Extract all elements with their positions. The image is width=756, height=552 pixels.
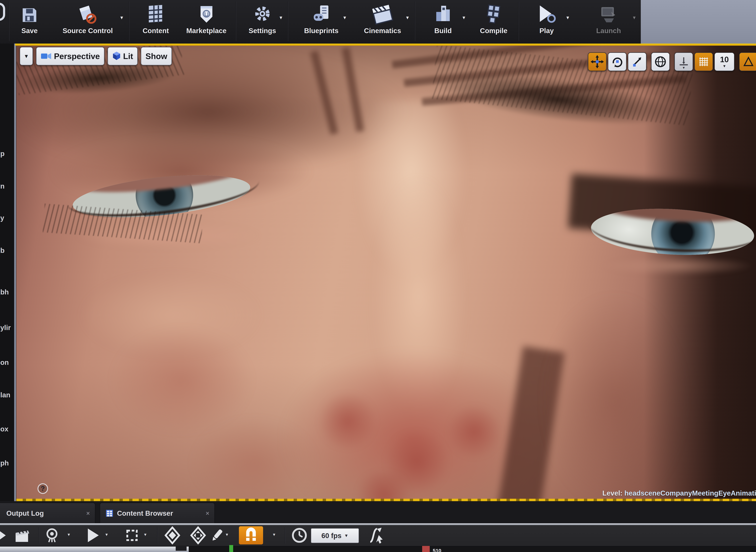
panel-item-fragment: ylir: [0, 323, 11, 332]
level-label: Level:: [602, 489, 622, 497]
panel-splitter[interactable]: [14, 43, 16, 503]
show-menu-button[interactable]: Show: [141, 47, 172, 65]
perspective-camera-icon: [41, 52, 52, 60]
viewport-active-border: [15, 43, 756, 46]
camera-button[interactable]: [44, 526, 61, 544]
cinematics-clapperboard-icon: [371, 0, 394, 26]
play-range-button[interactable]: [86, 526, 100, 544]
source-control-button[interactable]: Source Control ▼: [48, 0, 127, 43]
dropdown-arrow-icon: ▼: [344, 533, 349, 538]
panel-item-fragment: b: [0, 246, 5, 255]
sequencer-timeline-strip: 510: [0, 547, 756, 552]
toolbar-separator: [288, 2, 288, 41]
compile-icon: [483, 0, 504, 26]
rotate-tool-button[interactable]: [608, 52, 626, 71]
keyframe-button[interactable]: [163, 526, 181, 544]
level-name: headsceneCompanyMeetingEyeAnimationFaste…: [624, 489, 756, 497]
dropdown-arrow-icon[interactable]: ▼: [279, 15, 283, 20]
toolbar-separator: [9, 2, 9, 41]
cinematics-button[interactable]: Cinematics ▼: [352, 0, 413, 43]
dropdown-arrow-icon[interactable]: ▼: [461, 15, 466, 20]
marketplace-button[interactable]: Marketplace: [179, 0, 234, 43]
toolbar-separator: [415, 2, 415, 41]
move-tool-button[interactable]: [588, 52, 607, 71]
timeline-playhead[interactable]: [229, 545, 233, 552]
play-icon: [536, 0, 558, 26]
dropdown-arrow-icon[interactable]: ▼: [120, 15, 124, 20]
viewport-help-button[interactable]: ?: [37, 483, 48, 494]
launch-button[interactable]: Launch ▼: [576, 0, 641, 43]
grid-snap-value-dropdown[interactable]: 10 ▼: [714, 52, 735, 71]
viewport-options-menu[interactable]: ▼: [20, 47, 33, 65]
perspective-menu-button[interactable]: Perspective: [36, 47, 105, 65]
panel-item-fragment: bh: [0, 288, 9, 296]
dropdown-arrow-icon[interactable]: ▼: [67, 532, 71, 537]
timeline-marker[interactable]: [422, 546, 430, 552]
bottom-dock-tab-bar: Output Log × Content Browser ×: [0, 501, 756, 524]
save-button[interactable]: Save: [11, 0, 48, 43]
dropdown-arrow-icon: ▼: [723, 64, 726, 68]
cut-off-toolbar-icon: [0, 3, 5, 21]
main-toolbar: Save Source Control ▼ Content Marketplac…: [0, 0, 641, 43]
close-icon[interactable]: ×: [206, 510, 214, 517]
content-button[interactable]: Content: [133, 0, 178, 43]
toolbar-separator: [129, 2, 130, 41]
timeline-scrollbar[interactable]: [0, 547, 189, 552]
panel-item-fragment: ox: [0, 425, 8, 433]
dropdown-arrow-icon[interactable]: ▼: [225, 532, 229, 537]
grid-snap-toggle[interactable]: [694, 52, 713, 71]
dropdown-arrow-icon[interactable]: ▼: [405, 15, 410, 20]
panel-item-fragment: on: [0, 358, 9, 367]
level-name-overlay: Level: headsceneCompanyMeetingEyeAnimati…: [602, 489, 756, 497]
bounds-button[interactable]: [126, 526, 139, 544]
settings-button[interactable]: Settings ▼: [238, 0, 287, 43]
help-icon: ?: [41, 485, 45, 493]
frame-number-label: 510: [433, 548, 441, 552]
dock-highlight-line: [0, 523, 756, 525]
panel-item-fragment: y: [0, 214, 4, 222]
panel-item-fragment: p: [0, 149, 5, 158]
keyframe-options-button[interactable]: [189, 526, 207, 544]
dropdown-arrow-icon[interactable]: ▼: [143, 532, 147, 537]
curve-editor-button[interactable]: [367, 526, 386, 544]
time-snap-clock-icon[interactable]: [291, 526, 308, 544]
viewport-active-border-bottom: [16, 499, 756, 501]
compile-button[interactable]: Compile: [470, 0, 517, 43]
dropdown-arrow-icon[interactable]: ▼: [632, 15, 636, 20]
dropdown-arrow-icon[interactable]: ▼: [105, 532, 109, 537]
toolbar-empty-area: [641, 0, 756, 44]
surface-snapping-button[interactable]: ▼: [674, 52, 693, 71]
rotation-snap-toggle[interactable]: [739, 52, 756, 71]
marketplace-icon: [197, 0, 216, 26]
content-browser-icon: [146, 0, 166, 26]
render-movie-button[interactable]: [14, 526, 32, 544]
blueprints-button[interactable]: Blueprints ▼: [292, 0, 351, 43]
lit-mode-button[interactable]: Lit: [108, 47, 138, 65]
build-icon: [433, 0, 453, 26]
fps-dropdown[interactable]: 60 fps ▼: [311, 528, 359, 543]
snap-magnet-toggle[interactable]: [239, 526, 263, 544]
left-panel-cropped: p n y b bh ylir on lan ox ph: [0, 43, 14, 503]
play-button[interactable]: Play ▼: [520, 0, 573, 43]
dropdown-arrow-icon: ▼: [682, 66, 686, 70]
launch-icon: [598, 0, 619, 26]
blueprints-icon: [311, 0, 332, 26]
dropdown-arrow-icon[interactable]: ▼: [565, 15, 570, 20]
dropdown-arrow-icon[interactable]: ▼: [343, 15, 347, 20]
panel-item-fragment: ph: [0, 459, 9, 467]
toolbar-separator: [235, 2, 236, 41]
close-icon[interactable]: ×: [86, 510, 95, 517]
scrollbar-notch: [176, 546, 187, 551]
dropdown-arrow-icon[interactable]: ▼: [272, 532, 276, 537]
dropdown-arrow-icon: ▼: [24, 53, 29, 59]
save-icon: [20, 0, 38, 26]
sequencer-toolbar: ▼ ▼ ▼ ▼ ▼ 60 fps ▼: [0, 525, 756, 547]
world-coordinate-button[interactable]: [651, 52, 670, 71]
toolbar-separator: [518, 2, 519, 41]
build-button[interactable]: Build ▼: [418, 0, 468, 43]
tab-content-browser[interactable]: Content Browser ×: [100, 503, 215, 524]
viewport-3d-scene[interactable]: ▼ Perspective Lit Show: [16, 46, 756, 501]
scale-tool-button[interactable]: [628, 52, 646, 71]
tab-output-log[interactable]: Output Log ×: [0, 503, 95, 524]
curve-pen-button[interactable]: [210, 526, 223, 544]
